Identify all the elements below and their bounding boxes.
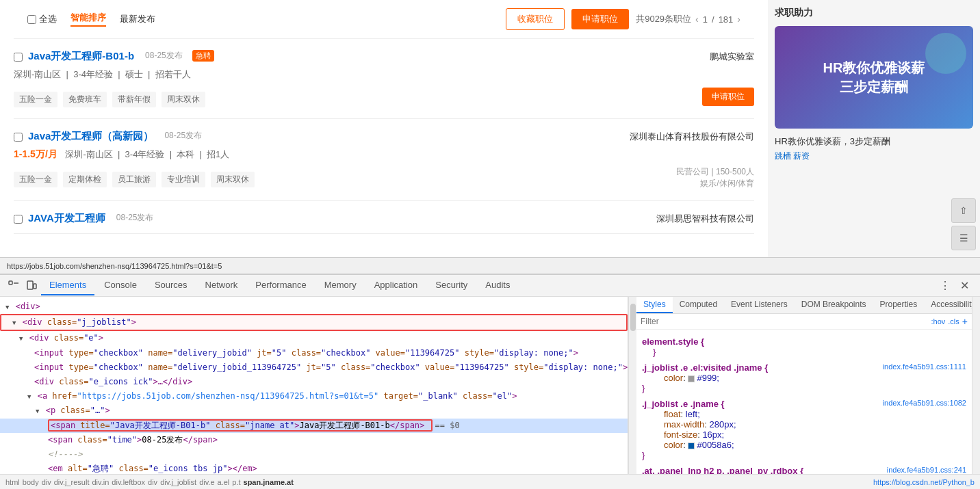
- bc-html[interactable]: html: [5, 478, 20, 486]
- filter-cls[interactable]: .cls: [948, 317, 959, 326]
- main-content: 全选 智能排序 最新发布 收藏职位 申请职位 共9029条职位 ‹ 1 / 18…: [0, 0, 980, 257]
- sidebar-title: 求职助力: [775, 7, 973, 19]
- devtools-close-btn[interactable]: ✕: [955, 276, 975, 295]
- job-title-row-2: Java开发工程师（高新园） 08-25发布: [14, 130, 202, 143]
- tab-network[interactable]: Network: [197, 276, 246, 295]
- tab-elements[interactable]: Elements: [41, 276, 94, 295]
- elements-scroll[interactable]: [628, 297, 636, 474]
- pagination-info: 共9029条职位 ‹ 1 / 181 ›: [636, 13, 740, 25]
- triangle-j-joblist[interactable]: [12, 316, 16, 329]
- next-page[interactable]: ›: [737, 14, 740, 25]
- prev-page[interactable]: ‹: [695, 14, 699, 25]
- bc-div[interactable]: div: [42, 478, 51, 486]
- tab-security[interactable]: Security: [427, 276, 476, 295]
- scroll-top-btn[interactable]: ⇧: [951, 198, 976, 223]
- job-card-2: Java开发工程师（高新园） 08-25发布 深圳泰山体育科技股份有限公司 1-…: [14, 119, 754, 201]
- select-all-input[interactable]: [27, 15, 36, 24]
- css-rule-visited: .j_joblist .e .el:visited .jname { index…: [642, 362, 966, 393]
- select-all-checkbox[interactable]: 全选: [27, 13, 57, 25]
- devtools-panel: Elements Console Sources Network Perform…: [0, 274, 980, 489]
- page-sep: /: [712, 14, 714, 25]
- job-title-3[interactable]: JAVA开发工程师: [28, 212, 105, 225]
- tab-smart-sort[interactable]: 智能排序: [70, 12, 106, 27]
- styles-scroll[interactable]: [972, 297, 980, 474]
- tab-audits[interactable]: Audits: [477, 276, 518, 295]
- ad-subtitle[interactable]: HR教你优雅谈薪，3步定薪酬: [775, 135, 973, 148]
- ad-banner-text: HR教你优雅谈薪三步定薪酬: [823, 58, 925, 96]
- tab-console[interactable]: Console: [96, 276, 145, 295]
- tag-2-2: 员工旅游: [112, 172, 156, 187]
- styles-tab-properties[interactable]: Properties: [873, 297, 924, 313]
- html-line-j-joblist[interactable]: <div class="j_joblist">: [0, 314, 628, 331]
- job-title-2[interactable]: Java开发工程师（高新园）: [28, 130, 153, 143]
- devtools-more-btn[interactable]: ⋮: [937, 276, 953, 295]
- tag-1-3: 周末双休: [162, 92, 205, 107]
- html-line-span-jname[interactable]: <span title="Java开发工程师-B01-b" class="jna…: [0, 419, 628, 433]
- devtools-device-btn[interactable]: [23, 278, 40, 294]
- job-checkbox-1[interactable]: [14, 53, 23, 62]
- filter-pseudo[interactable]: :hov: [931, 317, 946, 326]
- html-line-div-e[interactable]: <div class="e">: [0, 331, 628, 345]
- job-location-1: 深圳-南山区: [14, 69, 61, 79]
- page-current: 1: [703, 14, 708, 25]
- ad-link[interactable]: 跳槽 薪资: [775, 150, 973, 162]
- company-name-1[interactable]: 鹏城实验室: [710, 51, 754, 63]
- bc-div-leftbox[interactable]: div.leftbox: [112, 478, 145, 486]
- job-date-1: 08-25发布: [145, 50, 183, 62]
- bc-div-e[interactable]: div.e: [199, 478, 214, 486]
- company-name-2[interactable]: 深圳泰山体育科技股份有限公司: [630, 131, 754, 143]
- styles-tab-styles[interactable]: Styles: [636, 297, 673, 313]
- bc-span-jname[interactable]: span.jname.at: [244, 478, 294, 486]
- html-line-a[interactable]: <a href="https://jobs.51job.com/shenzhen…: [0, 389, 628, 404]
- html-line-em[interactable]: <em alt="急聘" class="e_icons tbs jp"></em…: [0, 462, 628, 474]
- bc-p-t[interactable]: p.t: [232, 478, 240, 486]
- tab-latest[interactable]: 最新发布: [120, 13, 155, 25]
- tab-memory[interactable]: Memory: [316, 276, 365, 295]
- bc-div-j-joblist[interactable]: div.j_joblist: [160, 478, 196, 486]
- apply-btn[interactable]: 申请职位: [571, 9, 629, 29]
- bc-body[interactable]: body: [23, 478, 39, 486]
- styles-tab-event-listeners[interactable]: Event Listeners: [724, 297, 795, 313]
- triangle-div-e[interactable]: [19, 332, 23, 345]
- job-edu-2: 本科: [177, 149, 194, 159]
- message-btn[interactable]: ☰: [951, 226, 976, 250]
- triangle-div[interactable]: [5, 300, 9, 313]
- triangle-p-t[interactable]: [36, 404, 39, 417]
- html-line-p-t[interactable]: <p class="…">: [0, 404, 628, 418]
- tab-performance[interactable]: Performance: [247, 276, 314, 295]
- html-line-div-icons[interactable]: <div class="e_icons ick">…</div>: [0, 375, 628, 389]
- html-line-span-time[interactable]: <span class="time">08-25发布</span>: [0, 433, 628, 447]
- tab-sources[interactable]: Sources: [146, 276, 196, 295]
- job-date-3: 08-25发布: [116, 212, 154, 224]
- company-name-3[interactable]: 深圳易思智科技有限公司: [656, 213, 754, 225]
- job-exp-1: 3-4年经验: [73, 69, 113, 79]
- collect-btn[interactable]: 收藏职位: [506, 8, 565, 30]
- job-apply-btn-1[interactable]: 申请职位: [702, 88, 754, 106]
- bc-div2[interactable]: div: [148, 478, 157, 486]
- styles-filter-input[interactable]: [641, 317, 926, 326]
- bc-div-in[interactable]: div.in: [92, 478, 109, 486]
- job-title-1[interactable]: Java开发工程师-B01-b: [28, 50, 134, 63]
- tag-1-0: 五险一金: [14, 92, 57, 107]
- job-checkbox-2[interactable]: [14, 133, 23, 142]
- html-line-input1[interactable]: <input type="checkbox" name="delivery_jo…: [0, 346, 628, 360]
- html-line-div[interactable]: <div>: [0, 300, 628, 314]
- ad-banner[interactable]: HR教你优雅谈薪三步定薪酬: [775, 26, 973, 129]
- html-line-input2[interactable]: <input type="checkbox" name="delivery_jo…: [0, 360, 628, 375]
- job-edu-1: 硕士: [125, 69, 143, 79]
- filter-plus[interactable]: +: [962, 316, 968, 327]
- devtools-inspect-btn[interactable]: [5, 278, 22, 294]
- job-checkbox-3[interactable]: [14, 215, 23, 224]
- styles-tab-computed[interactable]: Computed: [673, 297, 724, 313]
- devtools-body: <div> <div class="j_joblist"> <div class…: [0, 297, 980, 474]
- bc-bottom-link[interactable]: https://blog.csdn.net/Python_b: [873, 478, 975, 486]
- status-bar: https://jobs.51job.com/shenzhen-nsq/1139…: [0, 257, 980, 274]
- svg-rect-3: [34, 284, 36, 289]
- tab-application[interactable]: Application: [366, 276, 426, 295]
- bc-a-el[interactable]: a.el: [218, 478, 230, 486]
- styles-tab-dom-breakpoints[interactable]: DOM Breakpoints: [795, 297, 873, 313]
- company-industry-2: 娱乐/休闲/体育: [676, 178, 754, 189]
- job-info-2: 1-1.5万/月 深圳-南山区 | 3-4年经验 | 本科 | 招1人: [14, 148, 754, 161]
- triangle-a[interactable]: [27, 390, 31, 403]
- bc-div-j-result[interactable]: div.j_result: [54, 478, 90, 486]
